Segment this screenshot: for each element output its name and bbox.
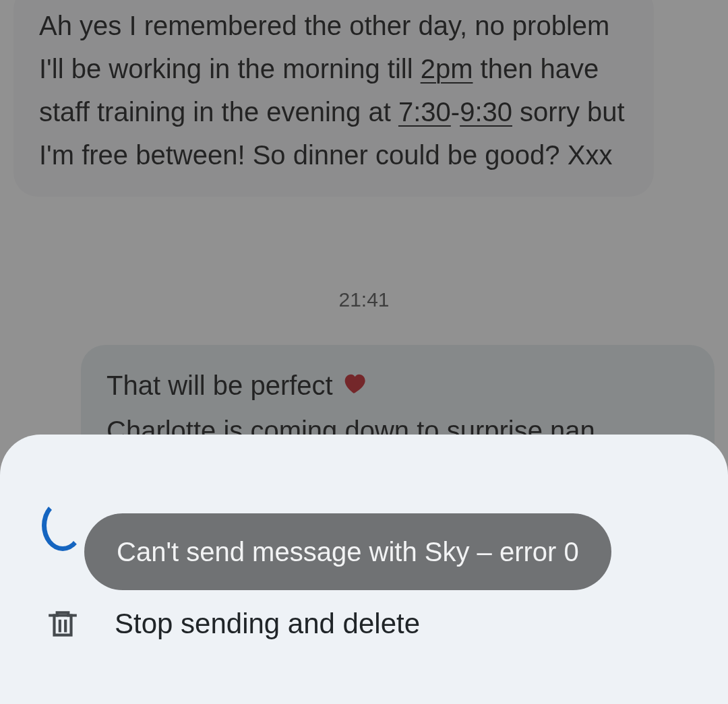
stop-delete-label: Stop sending and delete: [115, 608, 420, 640]
error-toast: Can't send message with Sky – error 0: [84, 513, 611, 590]
trash-icon: [42, 603, 84, 645]
spinner-icon: [42, 505, 84, 546]
toast-text: Can't send message with Sky – error 0: [117, 537, 579, 567]
